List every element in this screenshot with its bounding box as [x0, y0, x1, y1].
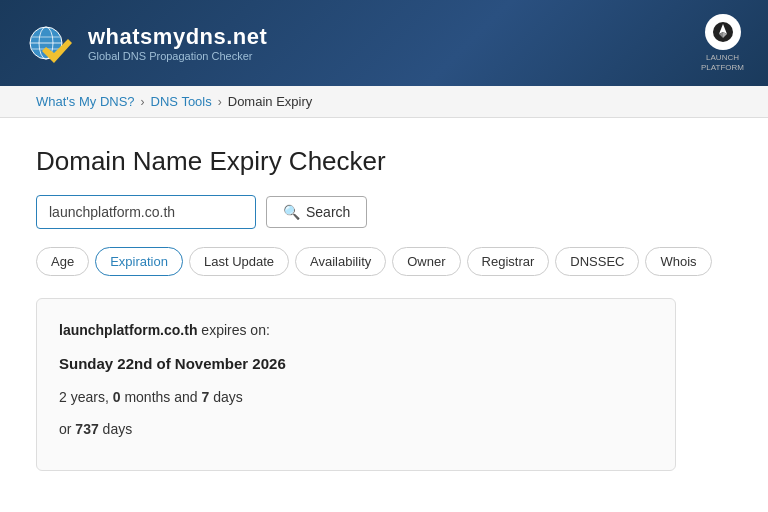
- launch-icon: [705, 14, 741, 50]
- site-header: whatsmydns.net Global DNS Propagation Ch…: [0, 0, 768, 86]
- search-button[interactable]: 🔍 Search: [266, 196, 367, 228]
- tab-age[interactable]: Age: [36, 247, 89, 276]
- total-days-line: or 737 days: [59, 418, 653, 440]
- site-subtitle: Global DNS Propagation Checker: [88, 50, 267, 62]
- tab-availability[interactable]: Availability: [295, 247, 386, 276]
- days-label: days: [213, 389, 243, 405]
- tab-registrar[interactable]: Registrar: [467, 247, 550, 276]
- months-label: months and: [124, 389, 201, 405]
- tabs-row: AgeExpirationLast UpdateAvailabilityOwne…: [36, 247, 732, 276]
- months-value: 0: [113, 389, 121, 405]
- breadcrumb-link-tools[interactable]: DNS Tools: [151, 94, 212, 109]
- result-card: launchplatform.co.th expires on: Sunday …: [36, 298, 676, 471]
- logo-text: whatsmydns.net Global DNS Propagation Ch…: [88, 24, 267, 62]
- result-domain: launchplatform.co.th: [59, 322, 197, 338]
- years-months-days-line: 2 years, 0 months and 7 days: [59, 386, 653, 408]
- years-value: 2: [59, 389, 67, 405]
- tab-expiration[interactable]: Expiration: [95, 247, 183, 276]
- search-row: 🔍 Search: [36, 195, 732, 229]
- logo-icon: [24, 17, 76, 69]
- tab-whois[interactable]: Whois: [645, 247, 711, 276]
- breadcrumb: What's My DNS? › DNS Tools › Domain Expi…: [0, 86, 768, 118]
- expiry-date: Sunday 22nd of November 2026: [59, 355, 286, 372]
- main-content: Domain Name Expiry Checker 🔍 Search AgeE…: [0, 118, 768, 512]
- total-days-value: 737: [75, 421, 98, 437]
- years-label: years,: [71, 389, 113, 405]
- expiry-line: launchplatform.co.th expires on:: [59, 319, 653, 341]
- search-button-label: Search: [306, 204, 350, 220]
- breadcrumb-link-dns[interactable]: What's My DNS?: [36, 94, 135, 109]
- launch-platform-logo: LAUNCHPLATFORM: [701, 14, 744, 72]
- expires-text: expires on:: [197, 322, 269, 338]
- breadcrumb-sep-2: ›: [218, 95, 222, 109]
- or-label: or: [59, 421, 75, 437]
- domain-search-input[interactable]: [36, 195, 256, 229]
- breadcrumb-current: Domain Expiry: [228, 94, 313, 109]
- expiry-date-line: Sunday 22nd of November 2026: [59, 352, 653, 376]
- tab-last-update[interactable]: Last Update: [189, 247, 289, 276]
- days-value: 7: [201, 389, 209, 405]
- total-days-label: days: [103, 421, 133, 437]
- logo-area: whatsmydns.net Global DNS Propagation Ch…: [24, 17, 267, 69]
- site-name: whatsmydns.net: [88, 24, 267, 50]
- launch-label: LAUNCHPLATFORM: [701, 53, 744, 72]
- tab-owner[interactable]: Owner: [392, 247, 460, 276]
- breadcrumb-sep-1: ›: [141, 95, 145, 109]
- search-icon: 🔍: [283, 204, 300, 220]
- page-title: Domain Name Expiry Checker: [36, 146, 732, 177]
- tab-dnssec[interactable]: DNSSEC: [555, 247, 639, 276]
